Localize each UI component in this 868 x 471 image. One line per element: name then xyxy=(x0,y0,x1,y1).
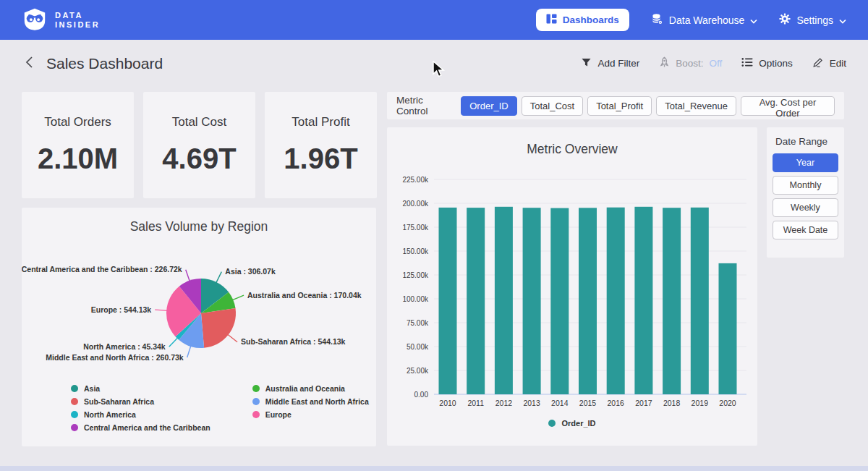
kpi-card-total-orders: Total Orders 2.10M xyxy=(22,92,134,198)
legend-dot xyxy=(71,424,78,431)
nav-settings[interactable]: Settings xyxy=(779,13,846,27)
bar-2012[interactable] xyxy=(495,207,513,394)
pie-label-central-america-and-the-caribbean: Central America and the Caribbean : 226.… xyxy=(22,265,182,273)
metric-option-total-profit[interactable]: Total_Profit xyxy=(587,96,652,116)
legend-item-middle-east-and-north-africa[interactable]: Middle East and North Africa xyxy=(252,397,369,406)
edit-button[interactable]: Edit xyxy=(812,56,846,70)
y-tick-label: 150.00k xyxy=(402,247,429,255)
x-tick-label-2019: 2019 xyxy=(692,399,709,407)
date-range-weekly-button[interactable]: Weekly xyxy=(773,198,838,217)
pie-label-europe: Europe : 544.13k xyxy=(91,305,152,314)
x-tick-label-2020: 2020 xyxy=(719,399,736,407)
bar-2010[interactable] xyxy=(439,208,457,394)
metric-control-label: Metric Control xyxy=(396,95,452,116)
kpi-label: Total Profit xyxy=(292,115,349,130)
legend-label: Europe xyxy=(265,410,292,419)
x-tick-label-2010: 2010 xyxy=(439,399,456,407)
bar-chart-legend[interactable]: Order_ID xyxy=(387,419,757,428)
x-tick-label-2015: 2015 xyxy=(579,399,597,407)
date-range-label: Date Range xyxy=(775,136,838,147)
legend-item-central-america-and-the-caribbean[interactable]: Central America and the Caribbean xyxy=(71,423,210,432)
legend-dot xyxy=(71,385,78,392)
y-tick-label: 225.00k xyxy=(402,176,429,184)
x-tick-label-2011: 2011 xyxy=(467,399,484,407)
y-tick-label: 25.00k xyxy=(407,367,429,375)
legend-item-north-america[interactable]: North America xyxy=(71,410,210,419)
chevron-down-icon xyxy=(750,14,757,26)
date-range-monthly-button[interactable]: Monthly xyxy=(773,176,838,195)
legend-label: Order_ID xyxy=(561,419,595,428)
bar-2014[interactable] xyxy=(550,208,569,394)
brand-text: DATA INSIDER xyxy=(55,11,100,30)
x-tick-label-2018: 2018 xyxy=(663,399,681,407)
legend-label: Australia and Oceania xyxy=(265,384,345,393)
options-button[interactable]: Options xyxy=(741,57,793,69)
legend-dot xyxy=(252,385,260,392)
pencil-icon xyxy=(812,56,824,70)
bar-2016[interactable] xyxy=(607,208,625,394)
bar-2020[interactable] xyxy=(719,263,737,394)
kpi-card-total-cost: Total Cost 4.69T xyxy=(143,92,255,198)
pie-slice-sub-saharan-africa[interactable] xyxy=(201,308,236,348)
chevron-down-icon xyxy=(839,14,846,26)
page-title: Sales Dashboard xyxy=(46,55,163,72)
boost-toggle[interactable]: Boost: Off xyxy=(659,56,722,70)
legend-label: Middle East and North Africa xyxy=(265,397,369,406)
kpi-value: 4.69T xyxy=(162,143,236,175)
legend-label: Sub-Saharan Africa xyxy=(84,397,154,406)
top-navigation: Dashboards Data Warehouse xyxy=(536,9,846,31)
bar-2017[interactable] xyxy=(634,207,652,394)
nav-data-warehouse[interactable]: Data Warehouse xyxy=(651,13,758,27)
nav-data-warehouse-label: Data Warehouse xyxy=(669,14,745,26)
kpi-value: 1.96T xyxy=(284,143,357,175)
pie-label-north-america: North America : 45.34k xyxy=(83,342,166,351)
y-tick-label: 100.00k xyxy=(402,295,429,303)
owl-logo-icon xyxy=(22,7,48,34)
legend-item-australia-and-oceania[interactable]: Australia and Oceania xyxy=(252,384,369,393)
sales-dashboard-screen: DATA INSIDER Dashboards xyxy=(0,0,868,471)
bar-2019[interactable] xyxy=(691,208,709,394)
bar-2015[interactable] xyxy=(579,208,597,394)
brand-logo[interactable]: DATA INSIDER xyxy=(22,7,100,34)
chevron-left-icon xyxy=(25,56,33,71)
bar-2011[interactable] xyxy=(467,208,485,394)
kpi-card-total-profit: Total Profit 1.96T xyxy=(265,92,377,198)
pie-chart-legend: AsiaSub-Saharan AfricaNorth AmericaCentr… xyxy=(71,384,369,432)
legend-item-asia[interactable]: Asia xyxy=(71,384,210,393)
bar-chart-title: Metric Overview xyxy=(387,142,757,157)
metric-option-total-revenue[interactable]: Total_Revenue xyxy=(656,96,736,116)
legend-item-europe[interactable]: Europe xyxy=(252,410,369,419)
y-tick-label: 0.00 xyxy=(414,391,429,399)
legend-label: North America xyxy=(84,410,136,419)
date-range-week-date-button[interactable]: Week Date xyxy=(773,221,838,239)
x-tick-label-2016: 2016 xyxy=(608,399,625,407)
x-tick-label-2014: 2014 xyxy=(551,399,569,407)
x-tick-label-2012: 2012 xyxy=(495,399,513,407)
kpi-value: 2.10M xyxy=(38,143,118,175)
date-range-year-button[interactable]: Year xyxy=(773,153,838,172)
back-button[interactable] xyxy=(22,53,36,74)
rocket-icon xyxy=(659,56,670,70)
funnel-icon xyxy=(581,57,592,70)
y-tick-label: 75.00k xyxy=(407,319,429,327)
x-tick-label-2017: 2017 xyxy=(635,399,652,407)
bar-2013[interactable] xyxy=(523,208,541,394)
list-icon xyxy=(741,57,753,69)
bar-chart-svg: 0.0025.00k50.00k75.00k100.00k125.00k150.… xyxy=(387,169,757,419)
nav-dashboards-button[interactable]: Dashboards xyxy=(536,9,629,31)
pie-label-middle-east-and-north-africa: Middle East and North Africa : 260.73k xyxy=(46,353,184,362)
nav-dashboards-label: Dashboards xyxy=(563,14,619,25)
date-range-panel: Date Range Year Monthly Weekly Week Date xyxy=(767,127,844,258)
y-tick-label: 200.00k xyxy=(402,200,429,208)
nav-settings-label: Settings xyxy=(796,14,833,26)
sales-volume-by-region-card: Sales Volume by Region Asia : 306.07kAus… xyxy=(22,208,376,446)
add-filter-button[interactable]: Add Filter xyxy=(581,57,639,70)
bar-2018[interactable] xyxy=(663,208,681,394)
legend-item-sub-saharan-africa[interactable]: Sub-Saharan Africa xyxy=(71,397,210,406)
pie-label-asia: Asia : 306.07k xyxy=(225,267,276,276)
metric-option-avg-cost-per-order[interactable]: Avg. Cost per Order xyxy=(741,96,835,116)
x-tick-label-2013: 2013 xyxy=(523,399,540,407)
metric-option-total-cost[interactable]: Total_Cost xyxy=(522,96,583,116)
boost-state: Off xyxy=(709,58,722,69)
metric-option-order-id[interactable]: Order_ID xyxy=(461,96,516,116)
